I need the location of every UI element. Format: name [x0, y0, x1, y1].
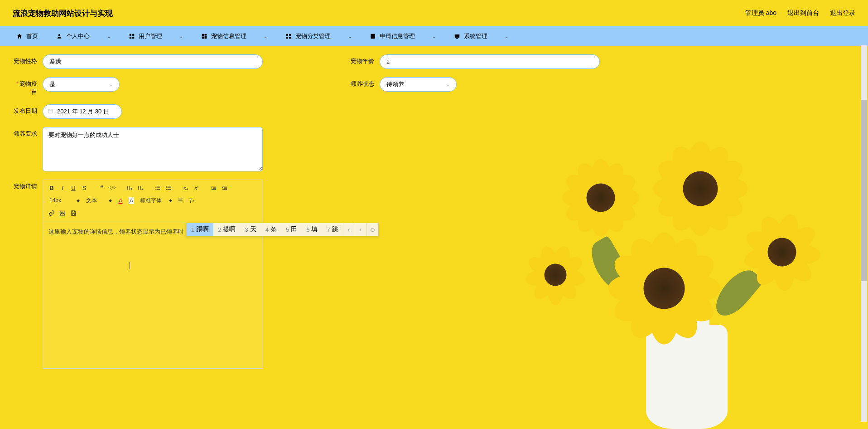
svg-rect-9 [286, 34, 288, 36]
ime-candidate-3[interactable]: 3天 [240, 223, 260, 236]
logout-to-front[interactable]: 退出到前台 [787, 9, 819, 17]
textcolor-button[interactable]: A [116, 195, 125, 205]
superscript-button[interactable]: x² [192, 183, 202, 193]
h2-button[interactable]: H₂ [135, 183, 145, 193]
nav-label: 个人中心 [66, 32, 90, 40]
clearformat-button[interactable]: Tx [187, 195, 197, 205]
label-personality: 宠物性格 [12, 54, 37, 65]
nav-pet-info[interactable]: 宠物信息管理 ⌄ [194, 26, 275, 46]
calendar-icon [48, 108, 53, 115]
nav-label: 首页 [26, 32, 38, 40]
form-area: 宠物性格 *宠物疫苗 是 ⌄ 发布日期 2021 年 12 月 30 日 领养要… [0, 46, 868, 385]
user-label[interactable]: 管理员 abo [745, 9, 776, 17]
input-personality[interactable] [43, 54, 263, 69]
bgcolor-button[interactable]: A [126, 195, 136, 205]
link-button[interactable] [47, 208, 57, 218]
nav-label: 宠物信息管理 [211, 32, 246, 40]
label-pubdate: 发布日期 [12, 104, 37, 115]
scroll-thumb[interactable] [861, 100, 867, 281]
quote-button[interactable]: ❝ [96, 183, 106, 193]
ime-emoji-button[interactable]: ☺ [366, 223, 378, 236]
nav-home[interactable]: 首页 [9, 26, 45, 46]
format-select[interactable]: 文本◆ [83, 195, 115, 205]
svg-rect-15 [456, 38, 458, 39]
chevron-down-icon: ⌄ [505, 34, 508, 39]
align-button[interactable] [176, 195, 186, 205]
ime-candidate-6[interactable]: 6填 [302, 223, 322, 236]
chevron-down-icon: ⌄ [179, 34, 183, 39]
nav-label: 宠物分类管理 [295, 32, 331, 40]
svg-rect-13 [371, 34, 375, 39]
bold-button[interactable]: B [47, 183, 57, 193]
site-title: 流浪宠物救助网站设计与实现 [13, 8, 113, 19]
label-status: 领养状态 [349, 77, 374, 88]
row-detail: 宠物详情 B I U S ❝ </> H₁ H₂ [12, 180, 856, 369]
vertical-scrollbar[interactable] [861, 45, 867, 422]
svg-rect-4 [132, 37, 134, 39]
nav-pet-category[interactable]: 宠物分类管理 ⌄ [278, 26, 359, 46]
svg-rect-16 [48, 109, 53, 113]
ime-candidate-4[interactable]: 4条 [261, 223, 281, 236]
label-require: 领养要求 [12, 127, 37, 138]
ul-button[interactable] [164, 183, 174, 193]
nav-bar: 首页 个人中心 ⌄ 用户管理 ⌄ 宠物信息管理 ⌄ 宠物分类管理 ⌄ 申请信息管… [0, 26, 868, 46]
chevron-down-icon: ⌄ [446, 82, 450, 88]
save-button[interactable] [68, 208, 78, 218]
fontfamily-select[interactable]: 标准字体◆ [137, 195, 175, 205]
ime-candidate-5[interactable]: 5田 [281, 223, 302, 236]
home-icon [16, 33, 23, 39]
ime-prev-button[interactable]: ‹ [343, 223, 355, 236]
editor-content[interactable]: 这里输入宠物的详情信息，领养状态显示为已领养时，用户是无法ti'a [43, 223, 262, 368]
underline-button[interactable]: U [68, 183, 78, 193]
ime-candidate-7[interactable]: 7跳 [322, 223, 342, 236]
input-age[interactable] [380, 54, 600, 69]
svg-rect-2 [132, 34, 134, 36]
image-button[interactable] [58, 208, 68, 218]
svg-rect-7 [205, 35, 207, 39]
nav-user-mgmt[interactable]: 用户管理 ⌄ [121, 26, 190, 46]
row-require: 领养要求 要对宠物好一点的成功人士 [12, 127, 856, 171]
svg-rect-5 [202, 34, 204, 36]
ol-button[interactable] [153, 183, 163, 193]
italic-button[interactable]: I [58, 183, 68, 193]
svg-rect-14 [455, 34, 460, 38]
indent-button[interactable] [220, 183, 230, 193]
logout[interactable]: 退出登录 [830, 9, 855, 17]
nav-label: 用户管理 [139, 32, 162, 40]
chevron-down-icon: ⌄ [348, 34, 352, 39]
textarea-require[interactable]: 要对宠物好一点的成功人士 [43, 127, 263, 171]
system-icon [454, 33, 460, 39]
ime-candidate-2[interactable]: 2提啊 [213, 223, 240, 236]
svg-point-0 [58, 34, 61, 36]
select-vaccine[interactable]: 是 ⌄ [43, 77, 120, 92]
nav-personal[interactable]: 个人中心 ⌄ [49, 26, 118, 46]
grid-icon [129, 33, 135, 39]
h1-button[interactable]: H₁ [125, 183, 135, 193]
select-status[interactable]: 待领养 ⌄ [380, 77, 457, 92]
strike-button[interactable]: S [79, 183, 89, 193]
svg-point-17 [166, 186, 167, 187]
top-right-links: 管理员 abo 退出到前台 退出登录 [745, 9, 855, 17]
input-pubdate[interactable]: 2021 年 12 月 30 日 [43, 104, 122, 119]
subscript-button[interactable]: x₂ [181, 183, 191, 193]
dashboard-icon [201, 33, 207, 39]
rich-editor: B I U S ❝ </> H₁ H₂ [43, 180, 263, 369]
editor-caret-indicator [130, 262, 130, 269]
outdent-button[interactable] [209, 183, 219, 193]
svg-rect-3 [130, 37, 131, 39]
svg-rect-1 [130, 34, 131, 36]
nav-system[interactable]: 系统管理 ⌄ [447, 26, 516, 46]
fontsize-select[interactable]: 14px◆ [47, 195, 82, 205]
row-age: 宠物年龄 [349, 54, 600, 69]
person-icon [56, 33, 63, 39]
category-icon [285, 33, 292, 39]
svg-rect-11 [286, 37, 288, 39]
right-column: 宠物年龄 领养状态 待领养 ⌄ [349, 54, 600, 100]
row-status: 领养状态 待领养 ⌄ [349, 77, 600, 92]
nav-apply-info[interactable]: 申请信息管理 ⌄ [362, 26, 443, 46]
ime-next-button[interactable]: › [355, 223, 366, 236]
row-pubdate: 发布日期 2021 年 12 月 30 日 [12, 104, 856, 119]
top-bar: 流浪宠物救助网站设计与实现 管理员 abo 退出到前台 退出登录 [0, 0, 868, 26]
ime-candidate-1[interactable]: 1踢啊 [187, 223, 213, 236]
code-button[interactable]: </> [107, 183, 117, 193]
